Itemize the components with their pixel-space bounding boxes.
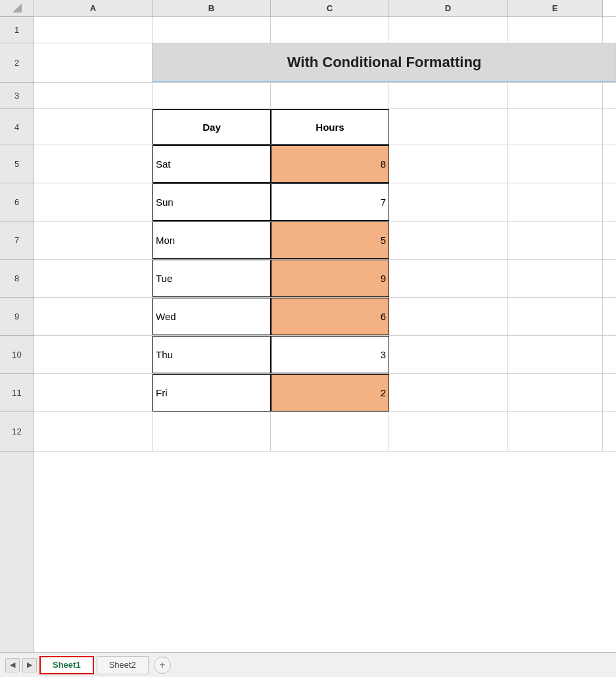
col-header-b[interactable]: B bbox=[153, 0, 271, 16]
cell-c6[interactable]: 7 bbox=[271, 183, 389, 221]
row-num-6[interactable]: 6 bbox=[0, 183, 34, 222]
cell-a2[interactable] bbox=[34, 43, 153, 82]
cell-e10[interactable] bbox=[508, 336, 603, 373]
row-num-3[interactable]: 3 bbox=[0, 83, 34, 109]
grid-row-8: Tue 9 bbox=[34, 260, 616, 298]
cell-d10[interactable] bbox=[389, 336, 508, 373]
cell-a4[interactable] bbox=[34, 109, 153, 145]
grid-body: 1 2 3 4 5 6 7 8 9 10 11 12 bbox=[0, 17, 616, 652]
tab-nav-next[interactable]: ▶ bbox=[22, 658, 37, 672]
grid-row-4: Day Hours bbox=[34, 109, 616, 145]
grid-row-3 bbox=[34, 83, 616, 109]
title-cell: With Conditional Formatting bbox=[153, 43, 616, 82]
row-num-5[interactable]: 5 bbox=[0, 145, 34, 183]
cell-b8[interactable]: Tue bbox=[153, 260, 271, 297]
cell-c3[interactable] bbox=[271, 83, 389, 108]
cell-b11[interactable]: Fri bbox=[153, 374, 271, 411]
cell-a7[interactable] bbox=[34, 222, 153, 259]
cell-e7[interactable] bbox=[508, 222, 603, 259]
col-header-d[interactable]: D bbox=[389, 0, 508, 16]
cell-b3[interactable] bbox=[153, 83, 271, 108]
grid-row-6: Sun 7 bbox=[34, 183, 616, 222]
cell-a10[interactable] bbox=[34, 336, 153, 373]
cell-d6[interactable] bbox=[389, 183, 508, 221]
tab-sheet2[interactable]: Sheet2 bbox=[97, 656, 149, 674]
svg-marker-0 bbox=[12, 3, 22, 12]
tab-add-button[interactable]: + bbox=[154, 657, 171, 674]
tab-nav-prev[interactable]: ◀ bbox=[5, 658, 20, 672]
cell-a6[interactable] bbox=[34, 183, 153, 221]
grid-row-11: Fri 2 bbox=[34, 374, 616, 412]
cell-d3[interactable] bbox=[389, 83, 508, 108]
cell-d11[interactable] bbox=[389, 374, 508, 411]
grid-row-1 bbox=[34, 17, 616, 43]
row-num-10[interactable]: 10 bbox=[0, 336, 34, 374]
cell-d4[interactable] bbox=[389, 109, 508, 145]
cell-c10[interactable]: 3 bbox=[271, 336, 389, 373]
cell-d12[interactable] bbox=[389, 412, 508, 451]
cell-d9[interactable] bbox=[389, 298, 508, 335]
row-num-12[interactable]: 12 bbox=[0, 412, 34, 452]
row-num-11[interactable]: 11 bbox=[0, 374, 34, 412]
cell-c5[interactable]: 8 bbox=[271, 145, 389, 183]
grid-row-5: Sat 8 bbox=[34, 145, 616, 183]
col-header-e[interactable]: E bbox=[508, 0, 603, 16]
cell-c8[interactable]: 9 bbox=[271, 260, 389, 297]
cell-e9[interactable] bbox=[508, 298, 603, 335]
cell-e4[interactable] bbox=[508, 109, 603, 145]
row-num-7[interactable]: 7 bbox=[0, 222, 34, 260]
row-num-2[interactable]: 2 bbox=[0, 43, 34, 83]
cell-b5[interactable]: Sat bbox=[153, 145, 271, 183]
cell-b7[interactable]: Mon bbox=[153, 222, 271, 259]
column-headers: A B C D E bbox=[0, 0, 616, 17]
col-header-a[interactable]: A bbox=[34, 0, 153, 16]
cell-c12[interactable] bbox=[271, 412, 389, 451]
cell-a3[interactable] bbox=[34, 83, 153, 108]
cell-a12[interactable] bbox=[34, 412, 153, 451]
cell-c1[interactable] bbox=[271, 17, 389, 43]
cell-b10[interactable]: Thu bbox=[153, 336, 271, 373]
grid-row-9: Wed 6 bbox=[34, 298, 616, 336]
cell-c9[interactable]: 6 bbox=[271, 298, 389, 335]
cell-d1[interactable] bbox=[389, 17, 508, 43]
col-header-c[interactable]: C bbox=[271, 0, 389, 16]
cell-c4[interactable]: Hours bbox=[271, 109, 389, 145]
cell-e6[interactable] bbox=[508, 183, 603, 221]
grid-row-10: Thu 3 bbox=[34, 336, 616, 374]
cell-a1[interactable] bbox=[34, 17, 153, 43]
cell-e11[interactable] bbox=[508, 374, 603, 411]
cell-b1[interactable] bbox=[153, 17, 271, 43]
cell-e8[interactable] bbox=[508, 260, 603, 297]
cell-b12[interactable] bbox=[153, 412, 271, 451]
cell-d8[interactable] bbox=[389, 260, 508, 297]
cell-e3[interactable] bbox=[508, 83, 603, 108]
cell-b6[interactable]: Sun bbox=[153, 183, 271, 221]
cell-e12[interactable] bbox=[508, 412, 603, 451]
cell-c7[interactable]: 5 bbox=[271, 222, 389, 259]
tabs-bar: ◀ ▶ Sheet1 Sheet2 + bbox=[0, 652, 616, 677]
cell-d7[interactable] bbox=[389, 222, 508, 259]
cell-c11[interactable]: 2 bbox=[271, 374, 389, 411]
grid-row-7: Mon 5 bbox=[34, 222, 616, 260]
cell-e1[interactable] bbox=[508, 17, 603, 43]
row-num-9[interactable]: 9 bbox=[0, 298, 34, 336]
cell-d5[interactable] bbox=[389, 145, 508, 183]
row-numbers: 1 2 3 4 5 6 7 8 9 10 11 12 bbox=[0, 17, 34, 652]
row-num-8[interactable]: 8 bbox=[0, 260, 34, 298]
grid-row-12 bbox=[34, 412, 616, 452]
cell-b9[interactable]: Wed bbox=[153, 298, 271, 335]
cell-a5[interactable] bbox=[34, 145, 153, 183]
cell-a11[interactable] bbox=[34, 374, 153, 411]
row-num-4[interactable]: 4 bbox=[0, 109, 34, 145]
row-num-1[interactable]: 1 bbox=[0, 17, 34, 43]
cell-b4[interactable]: Day bbox=[153, 109, 271, 145]
cell-a9[interactable] bbox=[34, 298, 153, 335]
spreadsheet: A B C D E 1 2 3 4 5 6 7 8 9 10 11 12 bbox=[0, 0, 616, 652]
corner-cell bbox=[0, 0, 34, 16]
grid-columns: With Conditional Formatting Day Hours bbox=[34, 17, 616, 652]
cell-e5[interactable] bbox=[508, 145, 603, 183]
grid-row-2: With Conditional Formatting bbox=[34, 43, 616, 83]
cell-a8[interactable] bbox=[34, 260, 153, 297]
tab-sheet1[interactable]: Sheet1 bbox=[39, 656, 94, 674]
